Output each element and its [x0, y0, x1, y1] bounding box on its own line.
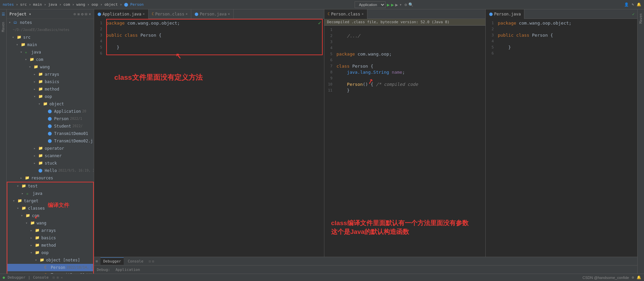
pane3-line-4: 4	[486, 38, 637, 44]
tree-item-application[interactable]: ▸ ⬤ Application 20	[7, 108, 94, 115]
pane1-tab-personjava-close[interactable]: ×	[228, 12, 230, 16]
tree-item-transmit02[interactable]: ▸ ⬤ TransmitDemo02.j	[7, 137, 94, 145]
pane2-line-10: 10 Person() { /* compiled code	[324, 81, 485, 87]
tree-item-java[interactable]: ▾ ☕ java	[7, 48, 94, 56]
pane3-content[interactable]: 1 package com.wang.oop.object; 2 3 publi…	[486, 19, 637, 257]
status-console-label[interactable]: Console	[33, 275, 48, 280]
tree-label-target: target	[24, 198, 38, 204]
scanner-folder-icon: 📁	[38, 152, 44, 159]
run-button-2[interactable]: ▶	[391, 2, 394, 7]
tree-item-target-method[interactable]: ▸ 📁 method	[7, 242, 93, 249]
tree-item-person[interactable]: ▸ ⬤ Person 2022/1	[7, 115, 94, 122]
tree-item-target-basics[interactable]: ▸ 📁 basics	[7, 234, 93, 242]
tab-layout-icon2[interactable]: ⊞	[152, 259, 154, 263]
tree-item-target-object[interactable]: ▾ 📁 object [notes]	[7, 256, 93, 264]
nav-notes[interactable]: notes	[3, 2, 14, 7]
tree-item-target-person[interactable]: ▸ C Person 2022/10/14, 11:	[7, 264, 93, 271]
pane1-tab-personclass-close[interactable]: ×	[186, 12, 188, 16]
tree-item-scanner[interactable]: ▸ 📁 scanner	[7, 152, 94, 160]
tree-item-test-java[interactable]: ▸ ☕ java	[7, 190, 93, 197]
pane2-tab-personclass[interactable]: C Person.class ×	[324, 9, 367, 19]
project-icon[interactable]: ☰	[2, 12, 5, 16]
pane1-content[interactable]: 1 package com.wang.oop.object; 2 3 publi…	[94, 19, 324, 257]
nav-wang[interactable]: wang	[76, 2, 85, 7]
locate-icon[interactable]: ⊙	[74, 12, 76, 16]
tree-item-target[interactable]: ▾ 📁 target	[7, 197, 93, 205]
tree-item-src[interactable]: ▾ 📁 src	[7, 34, 94, 41]
tree-item-basics[interactable]: ▸ 📁 basics	[7, 78, 94, 85]
gear-icon[interactable]: ⚙	[81, 12, 83, 16]
tree-item-student[interactable]: ▸ ⬤ Student 2022/	[7, 122, 94, 130]
tree-item-target-transmit01[interactable]: ▸ C TransmitDemo01 202	[7, 271, 93, 274]
tree-label-stuck: stuck	[45, 160, 57, 167]
tree-item-notes[interactable]: ▾ 🗂 notes	[7, 19, 94, 26]
run-button[interactable]: ▶	[387, 2, 390, 7]
nav-person[interactable]: ⬤ Person	[124, 2, 144, 7]
pane2-content[interactable]: 1 2 /.../ 3 4	[324, 26, 485, 257]
target-transmit01-class-icon: C	[44, 272, 50, 274]
tree-arrow-com: ▾	[25, 56, 30, 63]
tree-meta-student: 2022/	[73, 123, 83, 130]
nav-main[interactable]: main	[33, 2, 42, 7]
status-gear-icon[interactable]: ⚙	[632, 275, 634, 280]
pane1-tab-applicationjava[interactable]: ⬤ Application.java ×	[94, 9, 149, 19]
maven-right-label[interactable]: Maven	[639, 13, 643, 24]
breadcrumb-nav: notes › src › main › java › com › wang ›…	[3, 2, 144, 7]
bottom-tab-console[interactable]: Console	[125, 257, 146, 265]
tree-item-wang[interactable]: ▾ 📁 wang	[7, 63, 94, 71]
bottom-tab-debugger[interactable]: Debugger	[100, 257, 124, 265]
tree-item-test[interactable]: ▾ 📁 test	[7, 182, 93, 190]
nav-object[interactable]: object	[105, 2, 118, 7]
pane1-tab-personclass[interactable]: C Person.class ×	[149, 9, 192, 19]
code-line-3: 3 public class Person {	[94, 32, 324, 38]
bottom-panel-icon[interactable]: ≡	[95, 259, 98, 264]
sort-icon[interactable]: ≡	[77, 12, 80, 16]
tree-label-com: com	[36, 56, 43, 63]
nav-src[interactable]: src	[20, 2, 27, 7]
tree-item-hello[interactable]: ▸ ⬤ Hello 2022/9/5, 16:19, 324 B	[7, 167, 94, 174]
tree-item-stuck[interactable]: ▸ 📁 stuck	[7, 160, 94, 167]
more-run-options[interactable]: ▾	[399, 2, 402, 7]
tree-item-com[interactable]: ▾ 📁 com	[7, 56, 94, 63]
app-run-dropdown[interactable]: Application	[355, 1, 386, 8]
pane3-tabs: ⬤ Person.java ✓	[486, 9, 637, 19]
notification-icon[interactable]: 🔔	[637, 2, 641, 7]
tree-label-wang: wang	[40, 64, 50, 70]
tree-meta-target-person: 2022/10/14, 11:	[67, 264, 94, 271]
tree-item-method[interactable]: ▸ 📁 method	[7, 85, 94, 93]
settings-icon[interactable]: ⚙	[405, 2, 407, 7]
search-icon[interactable]: 🔍	[408, 2, 413, 7]
nav-com[interactable]: com	[64, 2, 70, 7]
status-debugger-label[interactable]: Debugger	[8, 275, 26, 280]
nav-oop[interactable]: oop	[91, 2, 98, 7]
tree-item-target-com[interactable]: ▾ 📁 com	[7, 212, 93, 219]
pane1-tab-app-close[interactable]: ×	[143, 12, 145, 16]
pane3-tab-personjava[interactable]: ⬤ Person.java	[486, 9, 524, 19]
tree-item-object[interactable]: ▾ 📁 object	[7, 100, 94, 108]
tree-arrow-object: ▾	[38, 101, 43, 107]
tree-item-target-arrays[interactable]: ▸ 📁 arrays	[7, 227, 93, 234]
pane3-line-3: 3 public class Person {	[486, 32, 637, 38]
tree-item-resources[interactable]: ▸ 📁 resources	[7, 174, 94, 182]
tree-item-target-oop[interactable]: ▾ 📁 oop	[7, 249, 93, 256]
tab-layout-icon[interactable]: ⊟	[149, 259, 151, 263]
pane2-line-3: 3	[324, 39, 485, 45]
coverage-button[interactable]: ▶	[395, 2, 398, 7]
tree-item-arrays[interactable]: ▸ 📁 arrays	[7, 71, 94, 78]
tree-item-operator[interactable]: ▸ 📁 operator	[7, 145, 94, 152]
user-icon[interactable]: 👤	[624, 2, 629, 7]
tree-item-target-wang[interactable]: ▾ 📁 wang	[7, 219, 93, 227]
tree-item-oop[interactable]: ▾ 📁 oop	[7, 93, 94, 100]
tree-label-src: src	[23, 34, 31, 41]
status-alert-icon[interactable]: 🔔	[637, 275, 641, 280]
tree-item-transmit01[interactable]: ▸ ⬤ TransmitDemo01	[7, 130, 94, 137]
tree-item-main[interactable]: ▾ 📁 main	[7, 41, 94, 48]
maven-label[interactable]: Maven	[1, 22, 5, 32]
pane1-tab-personjava[interactable]: ⬤ Person.java ×	[191, 9, 234, 19]
nav-java[interactable]: java	[48, 2, 57, 7]
vcs-icon[interactable]: ✎	[632, 2, 634, 7]
close-sidebar-icon[interactable]: ×	[89, 12, 91, 16]
tree-item-classes[interactable]: ▾ 📁 classes	[7, 205, 93, 212]
collapse-all-icon[interactable]: ⊟	[85, 12, 87, 16]
pane2-tab-close[interactable]: ×	[362, 12, 364, 16]
